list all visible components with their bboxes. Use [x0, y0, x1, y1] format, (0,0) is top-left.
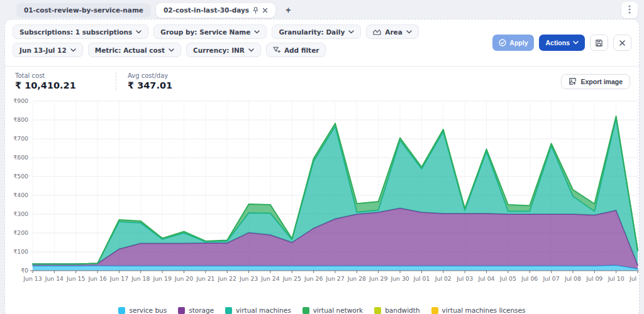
x-axis-label: Jun 15 [66, 275, 85, 282]
chip-label: Add filter [284, 46, 319, 54]
filter-chip-currency-inr[interactable]: Currency: INR [186, 43, 261, 57]
kebab-icon [628, 5, 631, 16]
chart-plot-area: ₹0₹100₹200₹300₹400₹500₹600₹700₹800₹900Ju… [10, 94, 640, 301]
filter-plus-icon [273, 46, 280, 53]
chevron-down-icon [406, 30, 412, 34]
legend-label: virtual machines [236, 306, 291, 314]
chip-label: Granularity: Daily [279, 28, 345, 36]
legend-label: virtual network [313, 306, 364, 314]
legend-swatch [374, 307, 381, 314]
x-axis-label: Jun 28 [347, 275, 366, 282]
x-axis-label: Jun 13 [23, 275, 42, 282]
area-chart-icon [373, 29, 381, 35]
stat-label: Total cost [15, 72, 109, 79]
chip-label: Metric: Actual cost [95, 46, 165, 54]
chevron-down-icon [254, 30, 260, 34]
legend-item-bandwidth[interactable]: bandwidth [374, 306, 419, 314]
tab-02-cost-in-last-30-days[interactable]: 02-cost-in-last-30-days [156, 3, 275, 18]
x-axis-label: Jun 17 [109, 275, 128, 282]
legend-item-storage[interactable]: storage [178, 306, 214, 314]
add-tab-button[interactable]: + [280, 5, 296, 15]
legend-label: service bus [129, 306, 167, 314]
legend-label: virtual machines licenses [442, 306, 526, 314]
x-axis-label: Jun 25 [282, 275, 301, 282]
export-image-button[interactable]: Export image [561, 74, 630, 89]
filter-chip-group-by-service-name[interactable]: Group by: Service Name [153, 24, 267, 39]
tab-01-cost-review-by-service-name[interactable]: 01-cost-review-by-service-name [16, 3, 151, 18]
legend-swatch [178, 307, 185, 314]
x-axis-label: Jul 01 [413, 275, 430, 282]
filter-chip-add-filter[interactable]: Add filter [266, 43, 326, 57]
filter-chip-metric-actual-cost[interactable]: Metric: Actual cost [88, 43, 181, 57]
legend-item-service-bus[interactable]: service bus [118, 306, 167, 314]
actions-button[interactable]: Actions [539, 35, 585, 51]
tab-label: 01-cost-review-by-service-name [24, 6, 143, 14]
pin-icon[interactable] [253, 7, 258, 14]
x-axis-label: Jun 20 [174, 275, 193, 282]
stat-avg-cost: Avg cost/day ₹ 347.01 [128, 72, 222, 90]
x-axis-label: Jul 11 [629, 275, 640, 282]
x-axis-label: Jun 14 [45, 275, 64, 282]
x-axis-label: Jul 06 [521, 275, 538, 282]
filter-chip-area[interactable]: Area [366, 24, 419, 39]
x-axis-label: Jun 23 [239, 275, 258, 282]
legend-swatch [225, 307, 232, 314]
stats-row: Total cost ₹ 10,410.21 Avg cost/day ₹ 34… [5, 67, 639, 92]
close-icon[interactable] [262, 8, 268, 13]
cost-area-chart: ₹0₹100₹200₹300₹400₹500₹600₹700₹800₹900Ju… [5, 92, 639, 314]
y-axis-label: ₹900 [13, 97, 28, 104]
x-axis-label: Jul 07 [543, 275, 560, 282]
chip-label: Currency: INR [193, 46, 245, 54]
save-icon [595, 39, 603, 47]
x-axis-label: Jun 19 [152, 275, 171, 282]
legend-swatch [118, 307, 125, 314]
chip-label: Subscriptions: 1 subscriptions [19, 28, 132, 36]
x-axis-label: Jun 24 [260, 275, 279, 282]
filter-chip-subscriptions-1-subscriptions[interactable]: Subscriptions: 1 subscriptions [13, 24, 148, 39]
chevron-down-icon [248, 48, 254, 52]
legend-item-virtual-machines[interactable]: virtual machines [225, 306, 291, 314]
chip-label: Jun 13-Jul 12 [19, 46, 67, 54]
x-axis-label: Jun 16 [87, 275, 106, 282]
stat-total-cost: Total cost ₹ 10,410.21 [15, 72, 109, 90]
filter-actions: Apply Actions [492, 35, 631, 51]
filter-chip-jun-13-jul-12[interactable]: Jun 13-Jul 12 [13, 43, 83, 57]
y-axis-label: ₹700 [13, 135, 28, 142]
x-axis-label: Jun 30 [390, 275, 409, 282]
chevron-down-icon [169, 48, 174, 52]
stat-divider [116, 72, 116, 90]
legend-item-virtual-machines-licenses[interactable]: virtual machines licenses [431, 306, 526, 314]
filter-chip-granularity-daily[interactable]: Granularity: Daily [272, 24, 361, 39]
legend-swatch [303, 307, 309, 314]
y-axis-label: ₹200 [13, 229, 28, 236]
legend-item-virtual-network[interactable]: virtual network [303, 306, 364, 314]
x-axis-label: Jul 10 [608, 275, 625, 282]
legend-swatch [431, 307, 438, 314]
tab-label: 02-cost-in-last-30-days [164, 6, 249, 14]
y-axis-label: ₹800 [13, 116, 28, 123]
close-view-button[interactable] [613, 35, 631, 51]
x-axis-label: Jun 21 [196, 275, 214, 282]
filter-bar: Subscriptions: 1 subscriptionsGroup by: … [5, 19, 639, 66]
y-axis-label: ₹100 [13, 248, 28, 255]
stat-value: ₹ 10,410.21 [15, 80, 109, 90]
chart-legend: service busstoragevirtual machinesvirtua… [10, 303, 634, 314]
x-axis-label: Jun 27 [325, 275, 344, 282]
x-axis-label: Jul 03 [456, 275, 473, 282]
chevron-down-icon [348, 30, 354, 34]
x-axis-label: Jul 05 [499, 275, 516, 282]
dashboard-panel: Subscriptions: 1 subscriptionsGroup by: … [4, 19, 640, 314]
legend-label: bandwidth [385, 306, 419, 314]
apply-button[interactable]: Apply [492, 35, 534, 51]
x-axis-label: Jun 26 [304, 275, 323, 282]
tab-bar: 01-cost-review-by-service-name02-cost-in… [0, 0, 644, 19]
chevron-down-icon [136, 30, 142, 34]
save-view-button[interactable] [590, 35, 608, 51]
x-axis-label: Jun 29 [369, 275, 387, 282]
y-axis-label: ₹500 [13, 173, 28, 180]
y-axis-label: ₹0 [21, 267, 28, 274]
chip-label: Group by: Service Name [160, 28, 250, 36]
close-icon [619, 40, 626, 46]
check-circle-icon [499, 39, 506, 46]
kebab-menu-button[interactable] [621, 2, 638, 18]
